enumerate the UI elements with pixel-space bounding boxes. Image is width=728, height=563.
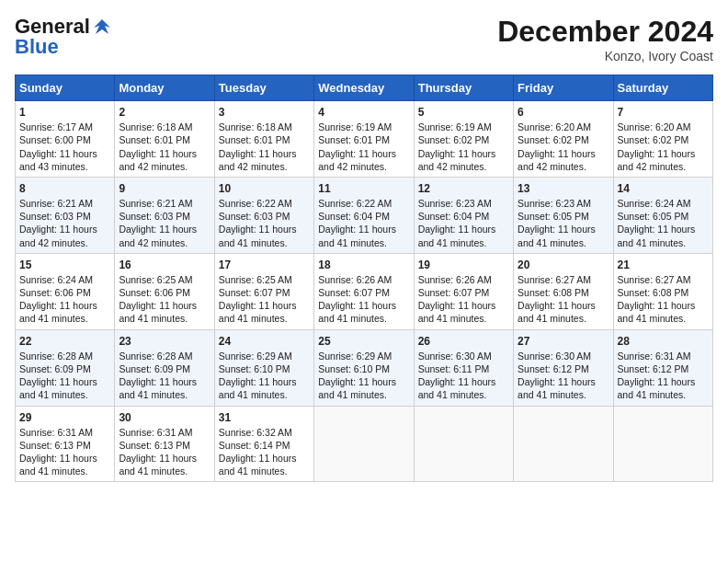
sunset: Sunset: 6:12 PM xyxy=(518,363,589,374)
sunset: Sunset: 6:06 PM xyxy=(19,287,91,298)
sunset: Sunset: 6:13 PM xyxy=(119,440,190,451)
daylight: Daylight: 11 hours and 41 minutes. xyxy=(219,224,297,247)
sunrise: Sunrise: 6:19 AM xyxy=(318,121,392,132)
day-number: 12 xyxy=(418,181,509,196)
sunset: Sunset: 6:04 PM xyxy=(418,211,490,222)
day-cell-16: 16Sunrise: 6:25 AMSunset: 6:06 PMDayligh… xyxy=(115,253,214,329)
sunrise: Sunrise: 6:25 AM xyxy=(119,274,192,285)
day-number: 31 xyxy=(219,410,310,425)
day-cell-21: 21Sunrise: 6:27 AMSunset: 6:08 PMDayligh… xyxy=(613,253,712,329)
day-number: 13 xyxy=(518,181,609,196)
daylight: Daylight: 11 hours and 41 minutes. xyxy=(418,300,496,324)
sunset: Sunset: 6:05 PM xyxy=(518,211,589,222)
daylight: Daylight: 11 hours and 41 minutes. xyxy=(618,376,696,400)
sunset: Sunset: 6:03 PM xyxy=(19,211,91,222)
sunset: Sunset: 6:06 PM xyxy=(119,287,190,298)
day-cell-18: 18Sunrise: 6:26 AMSunset: 6:07 PMDayligh… xyxy=(314,253,414,329)
location-subtitle: Konzo, Ivory Coast xyxy=(497,49,713,63)
sunrise: Sunrise: 6:26 AM xyxy=(418,274,492,285)
sunset: Sunset: 6:07 PM xyxy=(418,287,490,298)
logo-blue: Blue xyxy=(15,35,59,59)
sunrise: Sunrise: 6:24 AM xyxy=(618,198,691,209)
day-number: 11 xyxy=(318,181,409,196)
col-friday: Friday xyxy=(514,75,613,101)
day-cell-29: 29Sunrise: 6:31 AMSunset: 6:13 PMDayligh… xyxy=(16,406,115,482)
sunrise: Sunrise: 6:23 AM xyxy=(518,198,591,209)
day-cell-8: 8Sunrise: 6:21 AMSunset: 6:03 PMDaylight… xyxy=(16,177,115,253)
daylight: Daylight: 11 hours and 41 minutes. xyxy=(219,300,297,324)
sunrise: Sunrise: 6:21 AM xyxy=(119,198,192,209)
day-number: 18 xyxy=(318,258,409,272)
sunset: Sunset: 6:04 PM xyxy=(318,211,390,222)
daylight: Daylight: 11 hours and 41 minutes. xyxy=(518,376,596,400)
day-cell-20: 20Sunrise: 6:27 AMSunset: 6:08 PMDayligh… xyxy=(514,253,613,329)
sunrise: Sunrise: 6:31 AM xyxy=(618,350,691,362)
sunset: Sunset: 6:03 PM xyxy=(219,211,290,222)
sunset: Sunset: 6:14 PM xyxy=(219,440,290,451)
sunrise: Sunrise: 6:22 AM xyxy=(219,198,292,209)
sunrise: Sunrise: 6:27 AM xyxy=(618,274,691,285)
col-wednesday: Wednesday xyxy=(314,75,414,101)
day-cell-5: 5Sunrise: 6:19 AMSunset: 6:02 PMDaylight… xyxy=(414,101,513,178)
sunrise: Sunrise: 6:17 AM xyxy=(19,121,93,132)
sunset: Sunset: 6:02 PM xyxy=(618,134,689,145)
sunrise: Sunrise: 6:23 AM xyxy=(418,198,492,209)
daylight: Daylight: 11 hours and 41 minutes. xyxy=(318,300,396,324)
day-number: 24 xyxy=(219,334,310,349)
sunset: Sunset: 6:00 PM xyxy=(19,134,91,145)
day-number: 2 xyxy=(119,105,210,120)
daylight: Daylight: 11 hours and 42 minutes. xyxy=(119,148,197,172)
daylight: Daylight: 11 hours and 41 minutes. xyxy=(19,300,97,324)
day-cell-31: 31Sunrise: 6:32 AMSunset: 6:14 PMDayligh… xyxy=(214,406,313,482)
daylight: Daylight: 11 hours and 41 minutes. xyxy=(618,224,696,247)
daylight: Daylight: 11 hours and 42 minutes. xyxy=(119,224,197,247)
daylight: Daylight: 11 hours and 42 minutes. xyxy=(418,148,496,172)
day-cell-9: 9Sunrise: 6:21 AMSunset: 6:03 PMDaylight… xyxy=(115,177,214,253)
sunrise: Sunrise: 6:29 AM xyxy=(219,350,292,362)
day-number: 21 xyxy=(618,258,709,272)
day-cell-30: 30Sunrise: 6:31 AMSunset: 6:13 PMDayligh… xyxy=(115,406,214,482)
day-number: 28 xyxy=(618,334,709,349)
sunset: Sunset: 6:10 PM xyxy=(318,363,390,374)
empty-cell xyxy=(613,406,712,482)
sunrise: Sunrise: 6:19 AM xyxy=(418,121,492,132)
sunrise: Sunrise: 6:31 AM xyxy=(119,427,192,438)
day-cell-4: 4Sunrise: 6:19 AMSunset: 6:01 PMDaylight… xyxy=(314,101,414,178)
sunrise: Sunrise: 6:27 AM xyxy=(518,274,591,285)
daylight: Daylight: 11 hours and 41 minutes. xyxy=(318,376,396,400)
daylight: Daylight: 11 hours and 41 minutes. xyxy=(19,453,97,477)
sunset: Sunset: 6:12 PM xyxy=(618,363,689,374)
day-number: 4 xyxy=(318,105,409,120)
day-number: 17 xyxy=(219,258,310,272)
daylight: Daylight: 11 hours and 42 minutes. xyxy=(219,148,297,172)
day-number: 14 xyxy=(618,181,709,196)
daylight: Daylight: 11 hours and 42 minutes. xyxy=(618,148,696,172)
daylight: Daylight: 11 hours and 42 minutes. xyxy=(518,148,596,172)
sunset: Sunset: 6:09 PM xyxy=(119,363,190,374)
day-number: 7 xyxy=(618,105,709,120)
sunset: Sunset: 6:01 PM xyxy=(119,134,190,145)
col-monday: Monday xyxy=(115,75,214,101)
sunset: Sunset: 6:02 PM xyxy=(418,134,490,145)
sunrise: Sunrise: 6:28 AM xyxy=(19,350,93,362)
day-number: 20 xyxy=(518,258,609,272)
day-cell-23: 23Sunrise: 6:28 AMSunset: 6:09 PMDayligh… xyxy=(115,329,214,406)
calendar-table: Sunday Monday Tuesday Wednesday Thursday… xyxy=(15,75,713,482)
sunset: Sunset: 6:08 PM xyxy=(618,287,689,298)
day-number: 3 xyxy=(219,105,310,120)
calendar-week-5: 29Sunrise: 6:31 AMSunset: 6:13 PMDayligh… xyxy=(16,406,713,482)
day-number: 6 xyxy=(518,105,609,120)
sunrise: Sunrise: 6:21 AM xyxy=(19,198,93,209)
logo: General Blue xyxy=(15,15,112,59)
calendar-week-3: 15Sunrise: 6:24 AMSunset: 6:06 PMDayligh… xyxy=(16,253,713,329)
day-number: 10 xyxy=(219,181,310,196)
month-title: December 2024 xyxy=(497,15,713,49)
day-number: 26 xyxy=(418,334,509,349)
empty-cell xyxy=(414,406,513,482)
daylight: Daylight: 11 hours and 41 minutes. xyxy=(518,224,596,247)
title-area: December 2024 Konzo, Ivory Coast xyxy=(497,15,713,63)
sunset: Sunset: 6:03 PM xyxy=(119,211,190,222)
col-sunday: Sunday xyxy=(16,75,115,101)
col-thursday: Thursday xyxy=(414,75,513,101)
sunrise: Sunrise: 6:18 AM xyxy=(119,121,192,132)
